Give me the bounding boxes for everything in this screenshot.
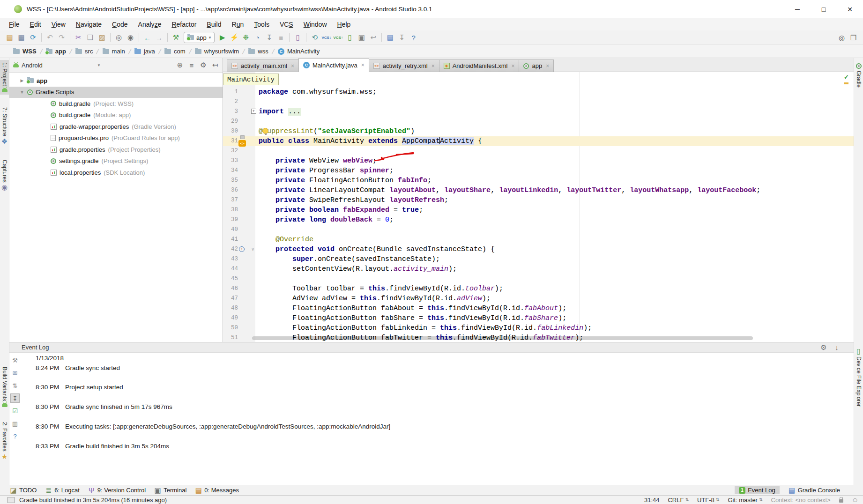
menu-code[interactable]: Code <box>107 21 133 28</box>
code-line-32[interactable]: 32 <box>223 146 854 156</box>
gear-icon[interactable]: ⚙ <box>200 61 207 69</box>
tree-item-gradle-scripts[interactable]: ▼Gradle Scripts <box>9 87 223 98</box>
override-method-icon[interactable]: ↑ <box>239 246 245 252</box>
run-config-selector[interactable]: app▾ <box>184 32 215 43</box>
code-line-51[interactable]: 51 FloatingActionButton fabTwitter = thi… <box>223 333 854 342</box>
menu-help[interactable]: Help <box>332 21 356 28</box>
line-number[interactable]: 48 <box>223 304 238 313</box>
revert-icon[interactable]: ↩ <box>367 32 379 43</box>
sdk-manager-icon[interactable]: ▣ <box>356 32 367 43</box>
status-line-ending[interactable]: CRLF⇅ <box>668 497 689 504</box>
wrench-button[interactable]: ⚒ <box>10 356 20 365</box>
status-caret-position[interactable]: 31:44 <box>644 497 660 504</box>
search-icon[interactable]: ◎ <box>836 32 848 44</box>
toolwindow-button-logcat[interactable]: ≣6: Logcat <box>41 486 84 494</box>
build-icon[interactable]: ⚒ <box>170 32 182 43</box>
line-number[interactable]: 40 <box>223 225 238 235</box>
stripe-tab-captures[interactable]: Captures◉ <box>0 157 9 193</box>
stripe-tab-favorites[interactable]: 2: Favorites★ <box>0 420 9 462</box>
minimize-button[interactable]: ─ <box>784 0 811 18</box>
breadcrumb-com[interactable]: com <box>164 48 186 55</box>
stripe-tab-device-file-explorer[interactable]: ▯Device File Explorer <box>854 346 863 409</box>
collapse-all-icon[interactable]: ≡ <box>188 61 195 69</box>
code-text[interactable]: protected void onCreate(Bundle savedInst… <box>259 245 495 254</box>
line-number[interactable]: 3 <box>223 107 238 117</box>
stripe-tab-structure[interactable]: 7: Structure❖ <box>0 105 9 147</box>
trash-button[interactable]: ▥ <box>10 419 20 428</box>
breadcrumb-java[interactable]: java <box>134 48 156 55</box>
chevron-down-icon[interactable]: ▾ <box>98 63 100 67</box>
vcs-commit-icon[interactable]: VCS↑ <box>332 32 344 43</box>
code-text[interactable]: private FloatingActionButton fabInfo; <box>259 176 432 185</box>
toolwindow-button-version-control[interactable]: Ψ9: Version Control <box>84 486 150 494</box>
code-line-49[interactable]: 49 FloatingActionButton fabShare = this.… <box>223 313 854 323</box>
scroll-end-button[interactable]: ↧ <box>10 393 20 403</box>
code-line-38[interactable]: 38 private boolean fabExpanded = true; <box>223 205 854 215</box>
tab-app[interactable]: app× <box>519 59 554 72</box>
cut-icon[interactable]: ✂ <box>73 32 84 43</box>
code-line-29[interactable]: 29 <box>223 117 854 126</box>
back-icon[interactable]: ← <box>141 32 153 43</box>
tab-androidmanifest-xml[interactable]: ◆AndroidManifest.xml× <box>439 59 520 72</box>
autoscroll-button[interactable]: ☑ <box>10 406 20 415</box>
close-icon[interactable]: × <box>546 63 549 69</box>
line-number[interactable]: 34 <box>223 166 238 176</box>
line-number[interactable]: 37 <box>223 195 238 205</box>
code-text[interactable]: setContentView(R.layout.activity_main); <box>259 264 457 274</box>
menu-window[interactable]: Window <box>298 21 332 28</box>
line-number[interactable]: 43 <box>223 254 238 264</box>
lock-icon[interactable] <box>839 499 843 503</box>
menu-view[interactable]: View <box>46 21 71 28</box>
stripe-tab-build-variants[interactable]: Build Variants <box>0 364 9 409</box>
layout-inspector-icon[interactable]: ▯ <box>292 32 304 43</box>
code-text[interactable]: super.onCreate(savedInstanceState); <box>259 254 440 264</box>
sync-gradle-icon[interactable]: ⟲ <box>309 32 320 43</box>
line-number[interactable]: 44 <box>223 264 238 274</box>
code-line-50[interactable]: 50 FloatingActionButton fabLinkedin = th… <box>223 323 854 333</box>
code-text[interactable]: AdView adView = this.findViewById(R.id.a… <box>259 294 491 304</box>
replace-icon[interactable]: ◉ <box>125 32 136 43</box>
breadcrumb-app[interactable]: app <box>45 48 67 55</box>
code-line-39[interactable]: 39 private long doubleBack = 0; <box>223 215 854 225</box>
status-git-branch[interactable]: Git: master⇅ <box>728 497 762 504</box>
hide-icon[interactable]: ↤ <box>211 61 219 69</box>
profile-icon[interactable]: ◔ <box>252 32 263 43</box>
stripe-tab-project[interactable]: 1: Project <box>0 60 9 95</box>
code-text[interactable]: @SuppressLint("setJavaScriptEnabled") <box>259 126 415 136</box>
line-number[interactable]: 46 <box>223 284 238 294</box>
breadcrumb-main[interactable]: main <box>102 48 126 55</box>
save-all-icon[interactable]: ▦ <box>15 32 27 43</box>
toolwindow-button-terminal[interactable]: ▣Terminal <box>150 486 191 494</box>
vcs-update-icon[interactable]: VCS↓ <box>320 32 332 43</box>
line-number[interactable]: 49 <box>223 313 238 323</box>
code-line-33[interactable]: 33 private WebView webView; <box>223 156 854 166</box>
code-line-40[interactable]: 40 <box>223 225 854 235</box>
code-text[interactable]: Toolbar toolbar = this.findViewById(R.id… <box>259 284 503 294</box>
line-number[interactable]: 32 <box>223 146 238 156</box>
fold-expand-icon[interactable]: + <box>251 109 256 114</box>
window-layout-icon[interactable]: ❐ <box>848 32 859 44</box>
close-icon[interactable]: × <box>432 63 435 69</box>
menu-tools[interactable]: Tools <box>249 21 275 28</box>
code-line-2[interactable]: 2 <box>223 97 854 107</box>
related-symbol-icon[interactable]: <> <box>238 140 246 147</box>
code-text[interactable]: private boolean fabExpanded = true; <box>259 205 423 215</box>
line-number[interactable]: 51 <box>223 333 238 342</box>
inspection-ok-icon[interactable]: ✓ <box>844 74 849 81</box>
tree-item-settings-gradle[interactable]: settings.gradle(Project Settings) <box>9 156 223 167</box>
tab-activity-retry-xml[interactable]: <>activity_retry.xml× <box>369 59 439 72</box>
code-line-41[interactable]: 41 @Override <box>223 235 854 245</box>
code-line-44[interactable]: 44 setContentView(R.layout.activity_main… <box>223 264 854 274</box>
code-text[interactable]: private SwipeRefreshLayout layoutRefresh… <box>259 195 448 205</box>
line-number[interactable]: 33 <box>223 156 238 166</box>
balloon-button[interactable]: ✉ <box>10 368 20 378</box>
gear-icon[interactable]: ⚙ <box>820 344 827 351</box>
tree-item-build-gradle[interactable]: build.gradle(Project: WSS) <box>9 98 223 110</box>
status-context[interactable]: Context: <no context> <box>771 497 831 504</box>
line-number[interactable]: 50 <box>223 323 238 333</box>
line-number[interactable]: 45 <box>223 274 238 284</box>
line-number[interactable]: 38 <box>223 205 238 215</box>
status-encoding[interactable]: UTF-8⇅ <box>697 497 719 504</box>
debug-icon[interactable]: ❉ <box>240 32 252 43</box>
menu-edit[interactable]: Edit <box>25 21 46 28</box>
